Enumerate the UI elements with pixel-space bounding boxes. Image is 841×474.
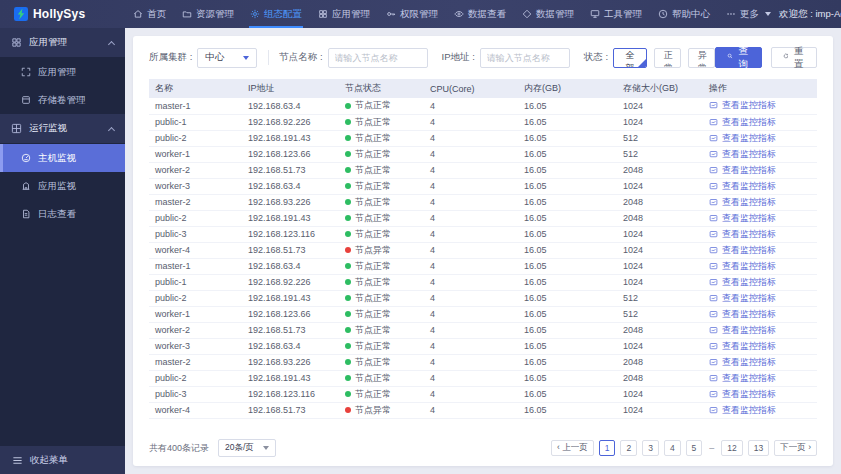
node-ip-cell: 192.168.51.73	[242, 402, 339, 418]
view-metrics-link[interactable]: 查看监控指标	[709, 388, 776, 401]
search-button[interactable]: 查询	[715, 47, 762, 68]
sidebar-group-run-monitor-group[interactable]: 运行监视	[0, 114, 125, 143]
view-metrics-link[interactable]: 查看监控指标	[709, 324, 776, 337]
view-metrics-link[interactable]: 查看监控指标	[709, 372, 776, 385]
nav-item-tool-mgmt[interactable]: 工具管理	[582, 0, 650, 28]
view-metrics-link[interactable]: 查看监控指标	[709, 260, 776, 273]
page-button-3[interactable]: 3	[642, 440, 659, 456]
cluster-select[interactable]: 中心	[197, 48, 256, 68]
filter-divider	[268, 50, 269, 65]
view-metrics-link[interactable]: 查看监控指标	[709, 308, 776, 321]
metric-icon	[709, 198, 718, 207]
cpu-cell: 4	[424, 322, 518, 338]
ip-input[interactable]	[480, 48, 570, 68]
cpu-cell: 4	[424, 258, 518, 274]
chevron-down-icon	[263, 446, 269, 450]
node-ip-cell: 192.168.93.226	[242, 194, 339, 210]
metric-icon	[709, 390, 718, 399]
status-filter-status-all[interactable]: 全部状态	[613, 48, 647, 68]
gear-icon	[250, 9, 260, 19]
nav-item-data-mgmt[interactable]: 数据管理	[514, 0, 582, 28]
view-metrics-link[interactable]: 查看监控指标	[709, 228, 776, 241]
nav-item-data-view[interactable]: 数据查看	[446, 0, 514, 28]
reset-button[interactable]: 重置	[771, 47, 818, 68]
view-metrics-link[interactable]: 查看监控指标	[709, 116, 776, 129]
view-metrics-link[interactable]: 查看监控指标	[709, 196, 776, 209]
status-text: 节点正常	[355, 357, 391, 367]
node-status-cell: 节点正常	[339, 354, 424, 370]
sidebar-item-log-view[interactable]: 日志查看	[0, 200, 125, 228]
view-metrics-link[interactable]: 查看监控指标	[709, 180, 776, 193]
table-row: master-1192.168.63.4节点正常416.051024查看监控指标	[149, 258, 817, 274]
page-button-12[interactable]: 12	[721, 440, 742, 456]
view-metrics-label: 查看监控指标	[722, 212, 776, 225]
logo[interactable]: HollySys	[0, 7, 125, 21]
nav-item-resource-mgmt[interactable]: 资源管理	[174, 0, 242, 28]
sidebar-item-app-mgmt[interactable]: 应用管理	[0, 58, 125, 86]
view-metrics-label: 查看监控指标	[722, 99, 776, 112]
prev-page-button[interactable]: ‹ 上一页	[551, 440, 594, 456]
sidebar-item-storage-volume-mgmt[interactable]: 存储卷管理	[0, 86, 125, 114]
action-cell: 查看监控指标	[703, 274, 817, 290]
metric-icon	[709, 166, 718, 175]
metric-icon	[709, 246, 718, 255]
table-row: master-2192.168.93.226节点正常416.052048查看监控…	[149, 194, 817, 210]
nav-item-permission-mgmt[interactable]: 权限管理	[378, 0, 446, 28]
sidebar-item-app-monitor[interactable]: 应用监视	[0, 172, 125, 200]
view-metrics-link[interactable]: 查看监控指标	[709, 340, 776, 353]
view-metrics-link[interactable]: 查看监控指标	[709, 212, 776, 225]
next-page-button[interactable]: 下一页 ›	[774, 440, 817, 456]
view-metrics-link[interactable]: 查看监控指标	[709, 148, 776, 161]
page-button-13[interactable]: 13	[748, 440, 769, 456]
sidebar-item-host-monitor[interactable]: 主机监视	[0, 144, 125, 172]
memory-cell: 16.05	[518, 194, 617, 210]
status-filter-status-normal[interactable]: 正常	[654, 48, 681, 68]
view-metrics-label: 查看监控指标	[722, 196, 776, 209]
metric-icon	[709, 101, 718, 110]
page-button-5[interactable]: 5	[686, 440, 703, 456]
nav-item-config[interactable]: 组态配置	[242, 0, 310, 28]
storage-cell: 1024	[617, 114, 703, 130]
nav-item-help-center[interactable]: 帮助中心	[650, 0, 718, 28]
view-metrics-link[interactable]: 查看监控指标	[709, 99, 776, 112]
memory-cell: 16.05	[518, 402, 617, 418]
storage-cell: 2048	[617, 162, 703, 178]
page-button-2[interactable]: 2	[620, 440, 637, 456]
node-name-input[interactable]	[328, 48, 428, 68]
nav-item-home[interactable]: 首页	[125, 0, 174, 28]
view-metrics-label: 查看监控指标	[722, 356, 776, 369]
node-name-cell: public-3	[149, 386, 242, 402]
node-status-cell: 节点异常	[339, 402, 424, 418]
view-metrics-link[interactable]: 查看监控指标	[709, 404, 776, 417]
column-header: CPU(Core)	[424, 79, 518, 98]
page-size-select[interactable]: 20条/页	[218, 439, 276, 457]
node-name-cell: master-1	[149, 98, 242, 114]
node-ip-cell: 192.168.63.4	[242, 258, 339, 274]
nav-item-more[interactable]: 更多	[718, 0, 779, 28]
nav-item-app-mgmt[interactable]: 应用管理	[310, 0, 378, 28]
filter-bar: 所属集群 : 中心 节点名称 : IP地址 : 状态 : 全部状态正常异常 查询	[133, 36, 833, 77]
nav-item-label: 数据查看	[468, 8, 506, 21]
metric-icon	[709, 230, 718, 239]
view-metrics-link[interactable]: 查看监控指标	[709, 276, 776, 289]
view-metrics-link[interactable]: 查看监控指标	[709, 132, 776, 145]
status-dot-normal	[345, 311, 351, 317]
sidebar-group-app-mgmt-group[interactable]: 应用管理	[0, 28, 125, 57]
page-button-1[interactable]: 1	[599, 440, 616, 456]
action-cell: 查看监控指标	[703, 258, 817, 274]
view-metrics-link[interactable]: 查看监控指标	[709, 356, 776, 369]
storage-cell: 2048	[617, 370, 703, 386]
welcome-text: 欢迎您 : imp-Admin	[779, 8, 841, 21]
memory-cell: 16.05	[518, 226, 617, 242]
view-metrics-link[interactable]: 查看监控指标	[709, 244, 776, 257]
page-button-4[interactable]: 4	[664, 440, 681, 456]
collapse-menu-button[interactable]: 收起菜单	[0, 446, 125, 474]
metric-icon	[709, 118, 718, 127]
node-status-cell: 节点正常	[339, 162, 424, 178]
node-ip-cell: 192.168.123.66	[242, 306, 339, 322]
view-metrics-link[interactable]: 查看监控指标	[709, 164, 776, 177]
status-dot-normal	[345, 375, 351, 381]
cpu-cell: 4	[424, 178, 518, 194]
status-filter-status-abnormal[interactable]: 异常	[688, 48, 715, 68]
view-metrics-link[interactable]: 查看监控指标	[709, 292, 776, 305]
